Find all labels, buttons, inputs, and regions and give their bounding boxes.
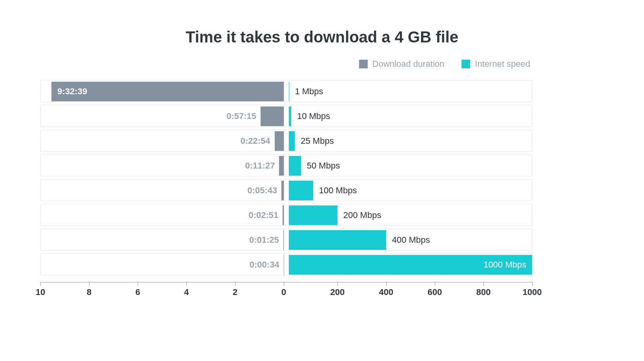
axis-tick [284,282,284,286]
axis-tick-label: 1000 [523,287,542,297]
axis-tick-label: 6 [135,287,140,297]
speed-label: 100 Mbps [319,180,357,202]
axis-tick [89,282,89,286]
axis-tick-label: 0 [281,287,286,297]
axis-tick-label: 200 [330,287,345,297]
speed-bar [289,156,301,176]
table-row: 0:00:341000 Mbps [40,253,532,275]
axis-tick-label: 10 [36,287,45,297]
table-row: 0:57:1510 Mbps [40,105,532,127]
chart-title: Time it takes to download a 4 GB file [0,28,644,46]
legend: Download duration Internet speed [359,59,530,69]
speed-bar [289,82,289,101]
table-row: 9:32:391 Mbps [40,80,532,102]
table-row: 0:05:43100 Mbps [40,179,532,201]
duration-bar [283,230,284,250]
duration-bar [281,181,284,200]
center-divider [284,229,284,250]
axis-tick [186,282,187,286]
axis-tick-label: 8 [87,287,91,297]
legend-item-duration: Download duration [359,59,444,69]
speed-label: 200 Mbps [343,204,381,226]
speed-label: 400 Mbps [392,229,430,251]
axis-tick [40,282,41,286]
legend-item-speed: Internet speed [462,59,530,69]
speed-bar [289,230,386,250]
axis-tick-label: 800 [476,287,491,297]
center-divider [284,254,284,275]
table-row: 0:11:2750 Mbps [40,154,532,176]
duration-label: 0:02:51 [248,204,278,226]
duration-label: 0:57:15 [226,105,256,127]
speed-bar [289,181,313,200]
plot-area: 9:32:391 Mbps0:57:1510 Mbps0:22:5425 Mbp… [40,80,532,282]
center-divider [284,81,284,102]
speed-bar [289,205,338,225]
table-row: 0:02:51200 Mbps [40,204,532,226]
speed-bar [289,131,295,151]
duration-bar [279,156,284,176]
axis-tick [338,282,338,286]
chart-container: Time it takes to download a 4 GB file Do… [0,0,644,361]
duration-bar [283,205,284,225]
x-axis: 10864202004006008001000 [40,282,532,298]
duration-bar [275,131,284,151]
duration-bar [284,255,284,275]
axis-tick-label: 2 [233,287,237,297]
speed-label: 1 Mbps [295,81,323,103]
axis-tick-label: 600 [428,287,442,297]
speed-bar [289,106,291,126]
speed-label: 10 Mbps [297,105,330,127]
duration-label: 0:05:43 [247,180,277,202]
legend-label-speed: Internet speed [475,59,530,69]
axis-tick [435,282,435,286]
legend-label-duration: Download duration [372,59,444,69]
axis-tick [386,282,387,286]
duration-label: 0:01:25 [249,229,279,251]
table-row: 0:22:5425 Mbps [40,130,532,152]
speed-label: 50 Mbps [307,155,340,177]
axis-tick-label: 4 [184,287,189,297]
table-row: 0:01:25400 Mbps [40,229,532,251]
center-divider [284,180,284,201]
legend-swatch-speed [462,60,470,68]
duration-label: 9:32:39 [57,81,87,103]
axis-tick [138,282,138,286]
axis-tick [483,282,484,286]
duration-label: 0:22:54 [241,130,270,152]
center-divider [284,130,284,151]
center-divider [284,204,284,225]
speed-label: 25 Mbps [301,130,334,152]
speed-label: 1000 Mbps [483,254,526,276]
duration-label: 0:00:34 [250,254,279,276]
center-divider [284,155,284,176]
axis-tick-label: 400 [379,287,393,297]
duration-bar [261,106,284,126]
duration-label: 0:11:27 [245,155,275,177]
axis-tick [235,282,235,286]
center-divider [284,105,284,126]
axis-tick [532,282,533,286]
legend-swatch-duration [359,60,368,68]
